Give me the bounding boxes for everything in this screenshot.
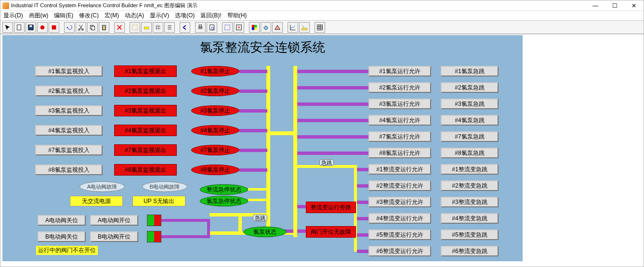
oval-pump-stop-2[interactable]: #2氯泵停止 bbox=[191, 86, 239, 96]
menu-modify[interactable]: 修改(C) bbox=[79, 12, 99, 20]
label-estop-1: 急跳 bbox=[319, 159, 334, 166]
maximize-button[interactable]: ☐ bbox=[605, 0, 624, 11]
btn-valve-a-close[interactable]: A电动阀关位 bbox=[38, 215, 86, 226]
tool-select-area-icon[interactable] bbox=[222, 22, 233, 33]
svg-rect-47 bbox=[357, 168, 368, 171]
btn-monitor-in-7[interactable]: #7氯泵监视投入 bbox=[35, 145, 103, 155]
btn-monitor-in-1[interactable]: #1氯泵监视投入 bbox=[35, 66, 103, 76]
btn-monitor-out-7[interactable]: #7氯泵监视退出 bbox=[114, 144, 177, 156]
btn-rect-run-allow-5[interactable]: #5整流变运行允许 bbox=[368, 229, 431, 240]
oval-pump-stop-7[interactable]: #7氯泵停止 bbox=[191, 145, 239, 155]
btn-monitor-in-3[interactable]: #3氯泵监视投入 bbox=[35, 105, 103, 116]
btn-rect-run-allow-3[interactable]: #3整流变运行允许 bbox=[368, 197, 431, 207]
tool-table-icon[interactable] bbox=[315, 22, 325, 33]
btn-rect-trip-5[interactable]: #5整流变急跳 bbox=[441, 229, 499, 240]
tool-save-icon[interactable] bbox=[26, 22, 36, 33]
menu-edit[interactable]: 编辑(E) bbox=[54, 12, 73, 20]
btn-monitor-in-8[interactable]: #8氯泵监视投入 bbox=[35, 165, 103, 175]
btn-rect-trip-3[interactable]: #3整流变急跳 bbox=[441, 197, 499, 207]
btn-pump-run-allow-8[interactable]: #8氯泵运行允许 bbox=[368, 148, 431, 158]
title-bar: Industrial IT Control System Freelance C… bbox=[0, 0, 644, 11]
btn-monitor-out-8[interactable]: #8氯泵监视退出 bbox=[114, 164, 177, 176]
btn-valve-b-open[interactable]: B电动阀开位 bbox=[90, 231, 138, 242]
minimize-button[interactable]: — bbox=[586, 0, 605, 11]
menu-option[interactable]: 选项(O) bbox=[175, 12, 195, 20]
btn-no-ac-power[interactable]: 无交流电源 bbox=[70, 196, 123, 206]
tool-ruler-icon[interactable] bbox=[299, 22, 310, 33]
tool-color-icon[interactable] bbox=[249, 22, 260, 33]
tool-cut-icon[interactable] bbox=[76, 22, 86, 33]
menu-help[interactable]: 帮助(H) bbox=[227, 12, 247, 20]
tool-chart-icon[interactable] bbox=[288, 22, 298, 33]
menu-draw[interactable]: 画图(w) bbox=[29, 12, 49, 20]
oval-rect-estop-state: 整流急停状态 bbox=[200, 184, 248, 195]
btn-monitor-out-3[interactable]: #3氯泵监视退出 bbox=[114, 105, 177, 116]
tool-paste-icon[interactable] bbox=[99, 22, 109, 33]
btn-rect-run-allow-4[interactable]: #4整流变运行允许 bbox=[368, 213, 431, 224]
btn-monitor-in-4[interactable]: #4氯泵监视投入 bbox=[35, 125, 103, 136]
oval-pump-stop-3[interactable]: #3氯泵停止 bbox=[191, 105, 239, 116]
btn-monitor-out-2[interactable]: #2氯泵监视退出 bbox=[114, 85, 177, 97]
tool-zoom-fit-icon[interactable] bbox=[234, 22, 244, 33]
tool-copy-icon[interactable] bbox=[87, 22, 98, 33]
btn-valve-open-ok[interactable]: 阀门开位无故障 bbox=[306, 226, 356, 238]
tool-stop-icon[interactable] bbox=[49, 22, 59, 33]
menu-view[interactable]: 显示(V) bbox=[150, 12, 169, 20]
btn-pump-run-allow-4[interactable]: #4氯泵运行允许 bbox=[368, 115, 431, 126]
app-window: Industrial IT Control System Freelance C… bbox=[0, 0, 644, 267]
svg-rect-27 bbox=[270, 131, 293, 135]
btn-rect-run-allow-2[interactable]: #2整流变运行允许 bbox=[368, 180, 431, 191]
btn-rect-trip-4[interactable]: #4整流变急跳 bbox=[441, 213, 499, 224]
tool-preview-icon[interactable] bbox=[207, 22, 217, 33]
tool-grid-icon[interactable] bbox=[153, 22, 163, 33]
tool-print-icon[interactable] bbox=[195, 22, 206, 33]
tool-pointer-icon[interactable] bbox=[2, 22, 13, 33]
btn-valve-a-open[interactable]: A电动阀开位 bbox=[90, 215, 138, 226]
tool-back-icon[interactable] bbox=[180, 22, 190, 33]
scada-panel: 氯泵整流安全连锁系统 #1氯泵监视投入 #2氯泵监视投入 #3氯泵监视投入 #4… bbox=[2, 35, 523, 261]
tool-fill-icon[interactable] bbox=[261, 22, 271, 33]
btn-valve-b-close[interactable]: B电动阀关位 bbox=[38, 231, 86, 242]
menu-display[interactable]: 显示(D) bbox=[3, 12, 23, 20]
tool-delete-icon[interactable] bbox=[114, 22, 125, 33]
tool-test-icon[interactable] bbox=[141, 22, 152, 33]
btn-rect-run-allow-1[interactable]: #1整流变运行允许 bbox=[368, 164, 431, 175]
svg-point-3 bbox=[40, 25, 45, 29]
tool-new-icon[interactable] bbox=[14, 22, 25, 33]
btn-rect-trip-6[interactable]: #6整流变急跳 bbox=[441, 246, 499, 256]
oval-pump-stop-8[interactable]: #8氯泵停止 bbox=[191, 165, 239, 175]
btn-pump-trip-7[interactable]: #7氯泵急跳 bbox=[441, 131, 499, 142]
btn-pump-run-allow-1[interactable]: #1氯泵运行允许 bbox=[368, 66, 431, 76]
oval-pump-stop-4[interactable]: #4氯泵停止 bbox=[191, 125, 239, 136]
btn-rect-trip-1[interactable]: #1整流变急跳 bbox=[441, 164, 499, 175]
menu-dynamic[interactable]: 动态(A) bbox=[125, 12, 144, 20]
btn-ups-no-output[interactable]: UP S无输出 bbox=[132, 196, 185, 206]
tool-record-icon[interactable] bbox=[37, 22, 48, 33]
btn-pump-trip-1[interactable]: #1氯泵急跳 bbox=[441, 66, 499, 76]
btn-rect-run-allow-6[interactable]: #6整流变运行允许 bbox=[368, 246, 431, 256]
close-button[interactable]: ✕ bbox=[624, 0, 644, 11]
btn-rect-bypass[interactable]: 整流变运行旁路 bbox=[306, 202, 356, 213]
btn-pump-trip-3[interactable]: #3氯泵急跳 bbox=[441, 99, 499, 109]
tool-gradient-icon[interactable] bbox=[272, 22, 283, 33]
btn-monitor-out-4[interactable]: #4氯泵监视退出 bbox=[114, 125, 177, 136]
tool-undo-icon[interactable] bbox=[64, 22, 75, 33]
btn-pump-trip-4[interactable]: #4氯泵急跳 bbox=[441, 115, 499, 126]
tool-zoom-rect-icon[interactable] bbox=[130, 22, 140, 33]
svg-rect-53 bbox=[297, 205, 307, 208]
menu-return[interactable]: 返回(B)! bbox=[200, 12, 221, 20]
menu-macro[interactable]: 宏(M) bbox=[105, 12, 119, 20]
svg-rect-45 bbox=[297, 135, 368, 139]
btn-monitor-out-1[interactable]: #1氯泵监视退出 bbox=[114, 65, 177, 77]
btn-pump-trip-2[interactable]: #2氯泵急跳 bbox=[441, 82, 499, 93]
btn-pump-run-allow-2[interactable]: #2氯泵运行允许 bbox=[368, 82, 431, 93]
btn-monitor-in-2[interactable]: #2氯泵监视投入 bbox=[35, 86, 103, 96]
canvas-area[interactable]: 氯泵整流安全连锁系统 #1氯泵监视投入 #2氯泵监视投入 #3氯泵监视投入 #4… bbox=[0, 34, 644, 267]
btn-rect-trip-2[interactable]: #2整流变急跳 bbox=[441, 180, 499, 191]
tool-list-icon[interactable] bbox=[164, 22, 175, 33]
oval-pump-stop-1[interactable]: #1氯泵停止 bbox=[191, 66, 239, 76]
svg-rect-54 bbox=[297, 229, 307, 233]
btn-pump-run-allow-3[interactable]: #3氯泵运行允许 bbox=[368, 99, 431, 109]
btn-pump-trip-8[interactable]: #8氯泵急跳 bbox=[441, 148, 499, 158]
btn-pump-run-allow-7[interactable]: #7氯泵运行允许 bbox=[368, 131, 431, 142]
